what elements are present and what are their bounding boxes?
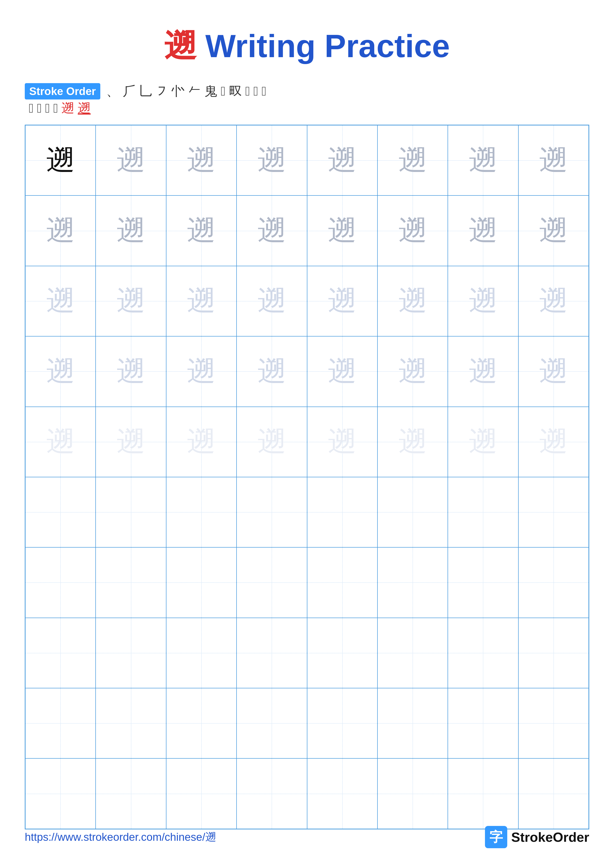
practice-char: 遡 (258, 146, 286, 175)
grid-cell-r3c7[interactable]: 遡 (448, 266, 518, 336)
grid-cell-r2c6[interactable]: 遡 (378, 195, 448, 266)
grid-cell-r9c4[interactable] (236, 688, 307, 758)
practice-char: 遡 (46, 357, 75, 386)
grid-cell-r2c4[interactable]: 遡 (236, 195, 307, 266)
grid-cell-r5c2[interactable]: 遡 (96, 407, 166, 477)
grid-cell-r2c7[interactable]: 遡 (448, 195, 518, 266)
grid-cell-r6c7[interactable] (448, 477, 518, 547)
grid-cell-r8c1[interactable] (25, 618, 96, 688)
grid-cell-r1c1[interactable]: 遡 (25, 125, 96, 195)
grid-cell-r6c8[interactable] (518, 477, 589, 547)
grid-cell-r10c1[interactable] (25, 758, 96, 829)
grid-cell-r6c2[interactable] (96, 477, 166, 547)
grid-cell-r3c4[interactable]: 遡 (236, 266, 307, 336)
grid-cell-r4c5[interactable]: 遡 (307, 336, 378, 406)
title-text: Writing Practice (196, 28, 450, 64)
grid-cell-r9c7[interactable] (448, 688, 518, 758)
grid-cell-r6c1[interactable] (25, 477, 96, 547)
grid-cell-r9c8[interactable] (518, 688, 589, 758)
grid-cell-r4c1[interactable]: 遡 (25, 336, 96, 406)
practice-char: 遡 (258, 287, 286, 315)
grid-cell-r7c4[interactable] (236, 547, 307, 618)
grid-cell-r10c3[interactable] (166, 758, 236, 829)
grid-cell-r2c8[interactable]: 遡 (518, 195, 589, 266)
grid-cell-r2c3[interactable]: 遡 (166, 195, 236, 266)
practice-char: 遡 (539, 428, 568, 456)
grid-cell-r7c8[interactable] (518, 547, 589, 618)
grid-cell-r2c2[interactable]: 遡 (96, 195, 166, 266)
grid-cell-r10c2[interactable] (96, 758, 166, 829)
grid-cell-r1c4[interactable]: 遡 (236, 125, 307, 195)
practice-char: 遡 (117, 217, 145, 245)
grid-cell-r4c8[interactable]: 遡 (518, 336, 589, 406)
grid-cell-r3c5[interactable]: 遡 (307, 266, 378, 336)
grid-cell-r9c1[interactable] (25, 688, 96, 758)
grid-cell-r4c4[interactable]: 遡 (236, 336, 307, 406)
practice-char: 遡 (398, 146, 427, 175)
grid-cell-r1c5[interactable]: 遡 (307, 125, 378, 195)
grid-cell-r6c6[interactable] (378, 477, 448, 547)
grid-cell-r9c3[interactable] (166, 688, 236, 758)
grid-cell-r5c8[interactable]: 遡 (518, 407, 589, 477)
grid-cell-r7c6[interactable] (378, 547, 448, 618)
grid-cell-r2c5[interactable]: 遡 (307, 195, 378, 266)
grid-cell-r6c3[interactable] (166, 477, 236, 547)
practice-char: 遡 (117, 287, 145, 315)
grid-cell-r10c4[interactable] (236, 758, 307, 829)
grid-cell-r9c5[interactable] (307, 688, 378, 758)
footer-url[interactable]: https://www.strokeorder.com/chinese/遡 (25, 830, 216, 845)
grid-cell-r3c2[interactable]: 遡 (96, 266, 166, 336)
grid-cell-r4c7[interactable]: 遡 (448, 336, 518, 406)
grid-cell-r2c1[interactable]: 遡 (25, 195, 96, 266)
grid-cell-r5c6[interactable]: 遡 (378, 407, 448, 477)
practice-char: 遡 (398, 428, 427, 456)
grid-cell-r10c7[interactable] (448, 758, 518, 829)
grid-cell-r9c6[interactable] (378, 688, 448, 758)
grid-cell-r10c6[interactable] (378, 758, 448, 829)
stroke-step-18: 遡 (78, 102, 91, 115)
grid-cell-r8c6[interactable] (378, 618, 448, 688)
grid-cell-r6c4[interactable] (236, 477, 307, 547)
grid-cell-r1c2[interactable]: 遡 (96, 125, 166, 195)
grid-cell-r8c4[interactable] (236, 618, 307, 688)
grid-cell-r6c5[interactable] (307, 477, 378, 547)
grid-cell-r3c1[interactable]: 遡 (25, 266, 96, 336)
grid-cell-r4c2[interactable]: 遡 (96, 336, 166, 406)
grid-cell-r3c6[interactable]: 遡 (378, 266, 448, 336)
practice-char: 遡 (539, 287, 568, 315)
stroke-order-badge: Stroke Order (25, 83, 100, 99)
grid-cell-r8c2[interactable] (96, 618, 166, 688)
grid-cell-r3c3[interactable]: 遡 (166, 266, 236, 336)
grid-cell-r8c5[interactable] (307, 618, 378, 688)
practice-char: 遡 (539, 357, 568, 386)
grid-cell-r1c6[interactable]: 遡 (378, 125, 448, 195)
grid-cell-r7c7[interactable] (448, 547, 518, 618)
stroke-step-6: 𠂉 (188, 85, 201, 98)
grid-cell-r1c3[interactable]: 遡 (166, 125, 236, 195)
grid-cell-r1c7[interactable]: 遡 (448, 125, 518, 195)
grid-cell-r10c8[interactable] (518, 758, 589, 829)
grid-cell-r5c1[interactable]: 遡 (25, 407, 96, 477)
grid-cell-r5c5[interactable]: 遡 (307, 407, 378, 477)
title-section: 遡 Writing Practice (25, 25, 589, 68)
grid-cell-r5c3[interactable]: 遡 (166, 407, 236, 477)
grid-cell-r7c3[interactable] (166, 547, 236, 618)
grid-cell-r1c8[interactable]: 遡 (518, 125, 589, 195)
grid-cell-r8c8[interactable] (518, 618, 589, 688)
footer: https://www.strokeorder.com/chinese/遡 字 … (25, 826, 589, 848)
grid-cell-r8c3[interactable] (166, 618, 236, 688)
practice-char: 遡 (328, 428, 356, 456)
grid-cell-r7c1[interactable] (25, 547, 96, 618)
grid-cell-r7c5[interactable] (307, 547, 378, 618)
grid-cell-r7c2[interactable] (96, 547, 166, 618)
grid-cell-r3c8[interactable]: 遡 (518, 266, 589, 336)
grid-cell-r8c7[interactable] (448, 618, 518, 688)
grid-cell-r5c4[interactable]: 遡 (236, 407, 307, 477)
grid-cell-r9c2[interactable] (96, 688, 166, 758)
grid-cell-r5c7[interactable]: 遡 (448, 407, 518, 477)
stroke-step-11: 𤰘 (253, 85, 258, 98)
stroke-step-9: 𤰖 (229, 85, 242, 98)
grid-cell-r4c6[interactable]: 遡 (378, 336, 448, 406)
grid-cell-r4c3[interactable]: 遡 (166, 336, 236, 406)
grid-cell-r10c5[interactable] (307, 758, 378, 829)
